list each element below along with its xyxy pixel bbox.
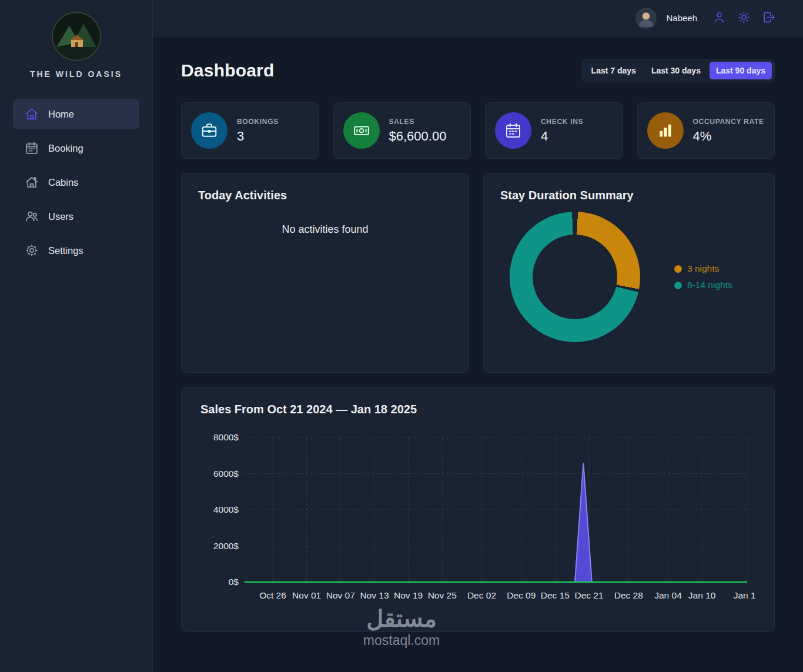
legend-item[interactable]: 3 nights	[674, 263, 732, 274]
filter-last-30-days[interactable]: Last 30 days	[645, 62, 707, 79]
svg-text:Jan 10: Jan 10	[688, 590, 716, 600]
svg-text:Nov 13: Nov 13	[360, 590, 389, 600]
svg-text:Dec 09: Dec 09	[507, 590, 536, 600]
today-activities-panel: Today Activities No activities found	[181, 173, 469, 373]
middle-panels: Today Activities No activities found Sta…	[181, 173, 775, 373]
sales-chart-title: Sales From Oct 21 2024 — Jan 18 2025	[200, 403, 755, 416]
username: Nabeeh	[666, 13, 697, 23]
sales-chart-panel: Sales From Oct 21 2024 — Jan 18 2025 0$2…	[181, 387, 775, 632]
legend-dot	[674, 265, 682, 273]
legend-item[interactable]: 8-14 nights	[674, 280, 732, 290]
stat-card: OCCUPANCY RATE 4%	[637, 102, 775, 159]
svg-text:4000$: 4000$	[213, 504, 239, 514]
donut-hole	[533, 235, 617, 319]
svg-text:2000$: 2000$	[213, 541, 239, 551]
sidebar-item-label: Settings	[48, 245, 83, 256]
svg-text:Nov 07: Nov 07	[326, 590, 355, 600]
stat-value: $6,600.00	[389, 129, 447, 144]
stat-card: CHECK INS 4	[485, 102, 623, 159]
users-icon	[25, 209, 39, 223]
svg-text:Nov 01: Nov 01	[292, 590, 321, 600]
svg-text:Nov 25: Nov 25	[428, 590, 457, 600]
sidebar: THE WILD OASIS Home Booking Cabins Users	[0, 0, 153, 672]
svg-text:Dec 28: Dec 28	[614, 590, 643, 600]
stat-value: 3	[237, 129, 279, 144]
svg-text:Dec 21: Dec 21	[574, 590, 603, 600]
stat-label: SALES	[389, 118, 447, 126]
legend-dot	[674, 282, 682, 289]
legend-label: 3 nights	[687, 263, 719, 274]
app-logo	[52, 12, 101, 61]
svg-text:Jan 18: Jan 18	[734, 590, 755, 600]
bar-chart-icon	[647, 112, 684, 149]
svg-text:Nov 19: Nov 19	[394, 590, 423, 600]
briefcase-icon	[191, 112, 227, 149]
panel-title: Today Activities	[198, 189, 452, 202]
sidebar-item-settings[interactable]: Settings	[13, 235, 139, 266]
avatar[interactable]	[635, 8, 657, 29]
sidebar-nav: Home Booking Cabins Users	[13, 99, 139, 266]
banknotes-icon	[343, 112, 380, 149]
filter-last-90-days[interactable]: Last 90 days	[710, 62, 772, 79]
logout-icon[interactable]	[761, 11, 776, 26]
svg-text:Dec 15: Dec 15	[541, 590, 570, 600]
main-content: Dashboard Last 7 days Last 30 days Last …	[153, 36, 803, 672]
stats-row: BOOKINGS 3 SALES $6,600.00 CHECK I	[181, 102, 775, 159]
legend-label: 8-14 nights	[687, 280, 732, 290]
sidebar-item-home[interactable]: Home	[13, 99, 139, 129]
stay-duration-chart	[510, 212, 640, 342]
logo-image	[52, 12, 101, 61]
stat-value: 4	[541, 129, 583, 144]
cabin-icon	[25, 175, 39, 189]
calendar-icon	[25, 141, 39, 155]
svg-text:Jan 04: Jan 04	[654, 590, 682, 600]
brand-name: THE WILD OASIS	[30, 69, 122, 79]
stat-label: OCCUPANCY RATE	[693, 118, 764, 126]
sidebar-item-label: Cabins	[48, 177, 78, 188]
empty-activities-message: No activities found	[198, 223, 452, 236]
svg-text:8000$: 8000$	[213, 432, 239, 442]
stat-label: BOOKINGS	[237, 118, 279, 126]
top-header: Nabeeh	[153, 0, 803, 36]
sidebar-item-label: Users	[48, 211, 73, 222]
stat-value: 4%	[693, 129, 764, 144]
svg-text:0$: 0$	[229, 577, 239, 587]
date-filter-group: Last 7 days Last 30 days Last 90 days	[582, 59, 775, 82]
sidebar-item-label: Home	[48, 109, 74, 120]
gear-icon	[25, 243, 39, 258]
svg-text:6000$: 6000$	[213, 469, 239, 479]
filter-last-7-days[interactable]: Last 7 days	[585, 62, 643, 79]
sales-chart: 0$2000$4000$6000$8000$Oct 26Nov 01Nov 07…	[200, 428, 755, 607]
stay-duration-body: 3 nights 8-14 nights	[500, 212, 758, 342]
user-icon[interactable]	[711, 11, 727, 26]
chart-legend: 3 nights 8-14 nights	[674, 263, 732, 290]
sidebar-item-label: Booking	[48, 143, 83, 154]
page-title: Dashboard	[181, 61, 275, 81]
sidebar-item-cabins[interactable]: Cabins	[13, 167, 139, 198]
svg-text:Dec 02: Dec 02	[467, 590, 496, 600]
stat-card: SALES $6,600.00	[333, 102, 471, 159]
sidebar-item-booking[interactable]: Booking	[13, 133, 139, 163]
calendar-days-icon	[495, 112, 531, 149]
sidebar-item-users[interactable]: Users	[13, 201, 139, 232]
stat-card: BOOKINGS 3	[181, 102, 319, 159]
sun-icon[interactable]	[736, 11, 751, 26]
page-head: Dashboard Last 7 days Last 30 days Last …	[181, 59, 775, 82]
avatar-image	[635, 8, 657, 29]
panel-title: Stay Duration Summary	[500, 189, 758, 202]
stay-duration-panel: Stay Duration Summary 3 nights 8-14 nigh…	[483, 173, 775, 373]
stat-label: CHECK INS	[541, 118, 583, 126]
home-icon	[25, 107, 39, 121]
svg-text:Oct 26: Oct 26	[259, 590, 286, 600]
